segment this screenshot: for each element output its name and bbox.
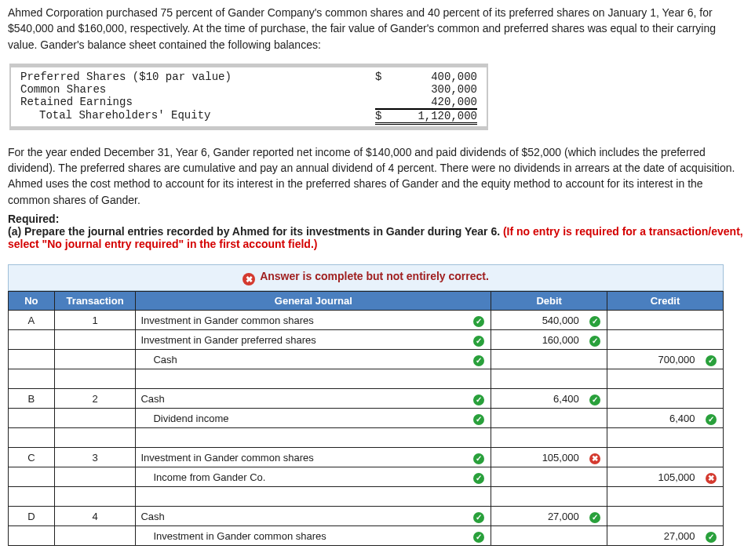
cell-account[interactable]: Investment in Gander common shares xyxy=(136,311,468,330)
cell-no xyxy=(9,330,55,350)
bs-amount: 300,000 xyxy=(375,83,477,96)
cell-transaction: 1 xyxy=(54,311,136,330)
check-icon: ✓ xyxy=(589,395,600,405)
answer-banner: ✖Answer is complete but not entirely cor… xyxy=(8,264,724,291)
check-icon: ✓ xyxy=(589,316,600,327)
journal-row: A1Investment in Gander common shares✓540… xyxy=(9,311,724,330)
cell-no: B xyxy=(9,389,55,409)
cell-transaction xyxy=(54,467,136,487)
cell-debit[interactable] xyxy=(491,526,584,546)
cell-debit[interactable]: 160,000 xyxy=(491,330,584,350)
journal-row: D4Cash✓27,000✓ xyxy=(9,507,724,526)
cell-transaction: 4 xyxy=(54,507,136,526)
check-icon: ✓ xyxy=(473,414,484,425)
check-icon: ✓ xyxy=(473,473,484,484)
x-icon: ✖ xyxy=(243,273,255,285)
cell-account[interactable]: Cash xyxy=(136,389,468,409)
bs-label: Preferred Shares ($10 par value) xyxy=(20,71,232,83)
journal-row: C3Investment in Gander common shares✓105… xyxy=(9,448,724,467)
cell-debit[interactable] xyxy=(491,467,584,487)
bs-label: Total Shareholders' Equity xyxy=(20,109,210,125)
cell-transaction: 3 xyxy=(54,448,136,467)
check-icon: ✓ xyxy=(706,414,717,425)
cell-credit[interactable] xyxy=(607,507,700,526)
cell-account[interactable]: Investment in Gander common shares xyxy=(136,448,468,467)
check-icon: ✓ xyxy=(589,336,600,347)
cross-icon: ✖ xyxy=(589,453,600,464)
journal-table: No Transaction General Journal Debit Cre… xyxy=(8,291,724,546)
cell-no: D xyxy=(9,507,55,526)
th-debit: Debit xyxy=(491,292,607,311)
cell-credit[interactable] xyxy=(607,448,700,467)
cell-credit[interactable]: 700,000 xyxy=(607,350,700,369)
required-a: (a) Prepare the journal entries recorded… xyxy=(8,225,503,238)
cell-transaction xyxy=(54,350,136,369)
cell-transaction: 2 xyxy=(54,389,136,409)
cell-debit[interactable] xyxy=(491,350,584,369)
bs-amount: 420,000 xyxy=(375,96,477,109)
cell-account[interactable]: Cash xyxy=(136,507,468,526)
journal-row: Investment in Gander common shares✓27,00… xyxy=(9,526,724,546)
bs-label: Retained Earnings xyxy=(20,96,133,109)
bs-amount: $1,120,000 xyxy=(375,109,477,125)
cell-account[interactable]: Income from Gander Co. xyxy=(136,467,468,487)
th-no: No xyxy=(9,292,55,311)
journal-row: Income from Gander Co.✓105,000✖ xyxy=(9,467,724,487)
cell-transaction xyxy=(54,330,136,350)
bs-label: Common Shares xyxy=(20,83,106,96)
cell-debit[interactable] xyxy=(491,409,584,428)
required-label: Required: xyxy=(8,213,59,225)
cell-debit[interactable]: 105,000 xyxy=(491,448,584,467)
check-icon: ✓ xyxy=(473,512,484,523)
intro-paragraph-2: For the year ended December 31, Year 6, … xyxy=(8,144,747,208)
check-icon: ✓ xyxy=(473,355,484,366)
cell-debit[interactable]: 540,000 xyxy=(491,311,584,330)
journal-row: B2Cash✓6,400✓ xyxy=(9,389,724,409)
cell-transaction xyxy=(54,409,136,428)
check-icon: ✓ xyxy=(473,395,484,405)
journal-row: Investment in Gander preferred shares✓16… xyxy=(9,330,724,350)
cell-account[interactable]: Cash xyxy=(136,350,468,369)
check-icon: ✓ xyxy=(706,532,717,543)
check-icon: ✓ xyxy=(706,355,717,366)
bs-amount: $400,000 xyxy=(375,71,477,83)
th-credit: Credit xyxy=(607,292,724,311)
th-transaction: Transaction xyxy=(54,292,136,311)
cell-credit[interactable]: 27,000 xyxy=(607,526,700,546)
journal-row xyxy=(9,487,724,507)
cell-account[interactable]: Dividend income xyxy=(136,409,468,428)
cell-no xyxy=(9,409,55,428)
cell-no xyxy=(9,526,55,546)
check-icon: ✓ xyxy=(473,532,484,543)
check-icon: ✓ xyxy=(473,316,484,327)
journal-row xyxy=(9,369,724,389)
journal-row: Dividend income✓6,400✓ xyxy=(9,409,724,428)
cell-debit[interactable]: 27,000 xyxy=(491,507,584,526)
cell-no: A xyxy=(9,311,55,330)
check-icon: ✓ xyxy=(589,512,600,523)
cell-no: C xyxy=(9,448,55,467)
th-general-journal: General Journal xyxy=(136,292,491,311)
cell-no xyxy=(9,467,55,487)
intro-paragraph-1: Ahmed Corporation purchased 75 percent o… xyxy=(8,5,747,53)
journal-row xyxy=(9,428,724,448)
cross-icon: ✖ xyxy=(706,473,717,484)
check-icon: ✓ xyxy=(473,453,484,464)
cell-credit[interactable]: 105,000 xyxy=(607,467,700,487)
cell-transaction xyxy=(54,526,136,546)
cell-account[interactable]: Investment in Gander preferred shares xyxy=(136,330,468,350)
balance-sheet: Preferred Shares ($10 par value)$400,000… xyxy=(9,64,488,130)
cell-credit[interactable]: 6,400 xyxy=(607,409,700,428)
check-icon: ✓ xyxy=(473,336,484,347)
cell-credit[interactable] xyxy=(607,330,700,350)
cell-no xyxy=(9,350,55,369)
journal-row: Cash✓700,000✓ xyxy=(9,350,724,369)
cell-account[interactable]: Investment in Gander common shares xyxy=(136,526,468,546)
cell-credit[interactable] xyxy=(607,311,700,330)
cell-debit[interactable]: 6,400 xyxy=(491,389,584,409)
cell-credit[interactable] xyxy=(607,389,700,409)
